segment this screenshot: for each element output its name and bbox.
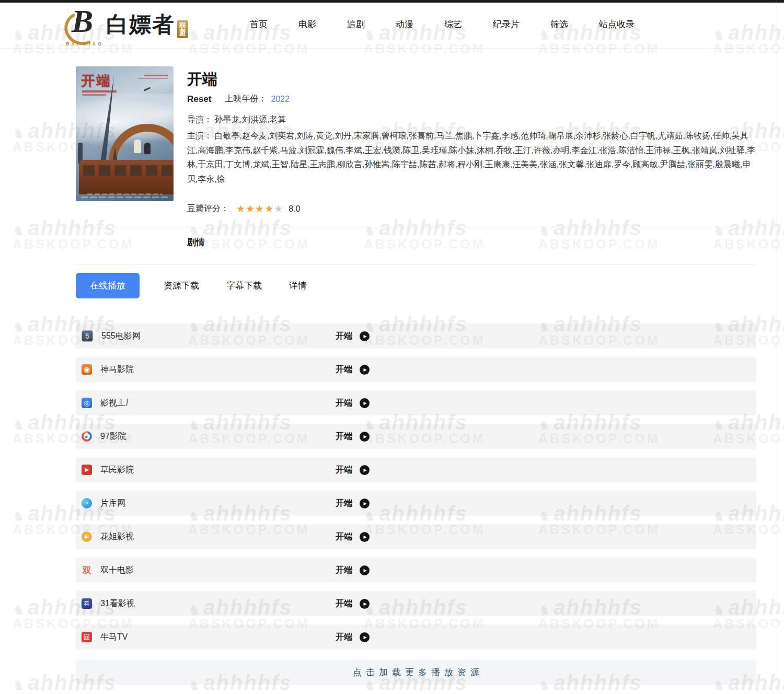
play-icon[interactable]: ▶ [360,465,370,475]
tab[interactable]: 资源下载 [160,273,202,298]
watermark-text: ♞ahhhhfs [364,216,485,240]
douban-rating-label: 豆瓣评分： [187,203,229,214]
rating-value: 8.0 [289,204,300,214]
niuma-tv-favicon-icon: 回 [82,632,92,642]
play-title: 开端 [336,465,352,476]
watermark-subtext: ABSKOOP.COM [713,691,784,694]
source-row[interactable]: 5555电影网开端▶ [76,323,756,349]
source-name: 影视工厂 [100,398,134,409]
source-name: 片库网 [100,498,125,509]
pianku-favicon-icon: ◔ [82,498,92,508]
play-link[interactable]: 开端▶ [336,531,370,542]
source-name: 31看影视 [100,598,135,609]
divider [76,264,756,265]
play-link[interactable]: 开端▶ [336,598,370,609]
play-icon[interactable]: ▶ [360,398,370,408]
play-icon[interactable]: ▶ [360,599,370,609]
play-link[interactable]: 开端▶ [336,364,370,375]
play-title: 开端 [336,364,352,375]
source-row[interactable]: ▶草民影院开端▶ [76,457,756,482]
logo-badge-top: 联 [179,22,186,29]
source-name: 97影院 [100,431,126,442]
watermark-icon: ♞ [13,602,26,618]
window-top-edge [0,0,784,3]
play-icon[interactable]: ▶ [360,532,370,542]
play-icon[interactable]: ▶ [360,632,370,642]
watermark: ♞ahhhhfsABSKOOP.COM [538,216,660,252]
source-name: 牛马TV [100,632,128,643]
source-row[interactable]: ◎影视工厂开端▶ [76,390,756,415]
watermark-subtext: ABSKOOP.COM [538,691,660,694]
source-name: 神马影院 [100,364,134,375]
play-link[interactable]: 开端▶ [336,431,370,442]
source-row[interactable]: ▶97影院开端▶ [76,424,756,449]
watermark-subtext: ABSKOOP.COM [188,237,309,252]
play-title: 开端 [336,398,352,409]
poster-credits-art [138,78,168,79]
play-icon[interactable]: ▶ [360,331,370,341]
year-link[interactable]: 2022 [271,95,290,104]
nav-item[interactable]: 站点收录 [599,18,635,30]
star-filled-icon: ★ [236,203,246,215]
watermark-subtext: ABSKOOP.COM [188,691,309,694]
play-link[interactable]: 开端▶ [336,465,370,476]
nav-item[interactable]: 首页 [250,18,268,30]
plot-section-title: 剧情 [187,236,205,248]
source-row[interactable]: ◔片库网开端▶ [76,491,756,516]
watermark-icon: ♞ [13,125,26,141]
source-row[interactable]: ◉神马影院开端▶ [76,357,756,382]
star-rating: ★★★★★ [236,203,283,215]
detail-tabs: 在线播放资源下载字幕下载详情 [76,273,310,298]
play-link[interactable]: 开端▶ [336,632,370,643]
watermark-subtext: ABSKOOP.COM [13,691,134,694]
star-filled-icon: ★ [246,203,255,215]
nav-item[interactable]: 追剧 [347,18,365,30]
play-icon[interactable]: ▶ [360,365,370,375]
watermark-icon: ♞ [364,223,377,238]
play-icon[interactable]: ▶ [360,565,370,575]
scrollbar-edge [777,0,777,694]
watermark: ♞ahhhhfsABSKOOP.COM [713,216,784,252]
poster-credits-art [81,196,168,198]
source-name: 花姐影视 [100,531,134,542]
logo-badge: 联 盟 [177,20,188,38]
play-link[interactable]: 开端▶ [336,498,370,509]
source-row[interactable]: 双双十电影开端▶ [76,558,756,583]
watermark-subtext: ABSKOOP.COM [538,237,660,252]
nav-item[interactable]: 纪录片 [493,18,520,30]
nav-item[interactable]: 电影 [298,18,316,30]
cast-names: 白敬亭,赵今麦,刘奕君,刘涛,黄觉,刘丹,宋家腾,曾柯琅,张喜前,马兰,焦鹏,卜… [187,131,755,183]
movie-alt-title: Reset [187,94,211,105]
top-navbar: B BAI PIAO 白嫖者 联 盟 首页电影追剧动漫综艺纪录片筛选站点收录 [0,0,784,49]
source-row[interactable]: 看31看影视开端▶ [76,591,756,616]
play-icon[interactable]: ▶ [360,432,370,442]
play-link[interactable]: 开端▶ [336,565,370,576]
play-link[interactable]: 开端▶ [336,398,370,409]
source-row[interactable]: ▶花姐影视开端▶ [76,524,756,549]
poster-credits-art [87,193,162,195]
play-title: 开端 [336,531,352,542]
nav-item[interactable]: 综艺 [444,18,462,30]
play-source-list: 5555电影网开端▶◉神马影院开端▶◎影视工厂开端▶▶97影院开端▶▶草民影院开… [76,323,756,650]
year-label: 上映年份： [225,94,267,105]
site-logo[interactable]: B BAI PIAO 白嫖者 联 盟 [60,3,195,46]
watermark-icon: ♞ [13,319,26,334]
watermark-icon: ♞ [13,677,26,693]
nav-item[interactable]: 筛选 [550,18,568,30]
watermark: ♞ahhhhfsABSKOOP.COM [364,216,485,252]
tab[interactable]: 详情 [286,273,310,298]
star-filled-icon: ★ [264,203,274,215]
tab[interactable]: 在线播放 [76,273,140,298]
watermark-text: ♞ahhhhfs [713,216,784,240]
play-icon[interactable]: ▶ [360,499,370,508]
nav-item[interactable]: 动漫 [396,18,413,30]
watermark: ♞ahhhhfsABSKOOP.COM [13,216,134,252]
load-more-button[interactable]: 点击加载更多播放资源 [76,660,756,685]
huajie-yingshi-favicon-icon: ▶ [82,531,92,542]
play-link[interactable]: 开端▶ [336,331,370,342]
source-row[interactable]: 回牛马TV开端▶ [76,624,756,650]
tab[interactable]: 字幕下载 [223,273,265,298]
play-title: 开端 [336,331,352,342]
movie-subtitle-row: Reset 上映年份： 2022 [187,94,290,105]
play-title: 开端 [336,632,352,643]
